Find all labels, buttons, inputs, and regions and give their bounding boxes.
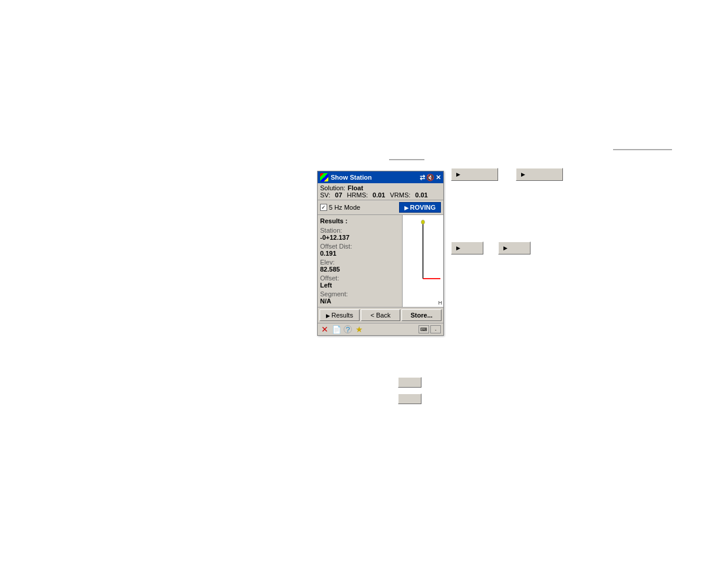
solution-label: Solution: [320,184,345,191]
results-title: Results : [320,217,400,224]
side-button-top-right[interactable] [516,168,563,181]
results-button[interactable]: Results [319,309,360,321]
windows-logo [320,173,328,181]
hrms-value: 0.01 [373,191,385,199]
small-button-2[interactable] [398,394,421,404]
save-toolbar-icon[interactable]: 📄 [332,325,341,334]
sv-value: 07 [335,191,342,199]
show-station-window: Show Station ⇄ 🔇 ✕ Solution: Float SV: 0… [317,171,444,336]
side-button-mid-right[interactable] [498,242,531,254]
hrms-label: HRMS: [347,191,368,199]
elev-label: Elev: [320,259,400,266]
hz-mode-checkbox-label[interactable]: ✓ 5 Hz Mode [320,204,360,211]
graph-panel: H [402,215,443,307]
content-area: Results : Station: -0+12.137 Offset Dist… [318,215,443,308]
offset-label: Offset: [320,275,400,282]
solution-bar: Solution: Float SV: 07 HRMS: 0.01 VRMS: … [318,183,443,200]
top-line-left [389,159,424,160]
window-title: Show Station [331,174,420,181]
store-button[interactable]: Store... [401,309,442,321]
hz-mode-label: 5 Hz Mode [329,204,360,211]
close-icon[interactable]: ✕ [436,174,441,181]
top-line-right [613,149,672,150]
back-button[interactable]: < Back [361,309,401,321]
graph-svg [403,215,443,307]
graph-h-label: H [439,300,443,306]
close-toolbar-icon[interactable]: ✕ [320,325,330,334]
offset-dist-value: 0.191 [320,250,400,257]
more-icon[interactable]: - [430,325,441,333]
small-button-1[interactable] [398,377,421,388]
hz-mode-checkbox[interactable]: ✓ [320,204,327,211]
station-label: Station: [320,227,400,234]
help-toolbar-icon[interactable]: ? [344,325,352,333]
side-button-mid-left[interactable] [451,242,483,254]
title-bar-controls: ⇄ 🔇 ✕ [420,174,441,181]
swap-icon[interactable]: ⇄ [420,174,425,181]
sv-label: SV: [320,191,330,199]
title-bar: Show Station ⇄ 🔇 ✕ [318,171,443,183]
keyboard-icon[interactable]: ⌨ [419,325,429,333]
station-value: -0+12.137 [320,234,400,241]
results-panel: Results : Station: -0+12.137 Offset Dist… [318,215,402,307]
offset-dist-label: Offset Dist: [320,243,400,250]
star-toolbar-icon[interactable]: ★ [354,325,364,334]
mute-icon[interactable]: 🔇 [426,174,434,181]
toolbar-right: ⌨ - [419,325,441,333]
mode-row: ✓ 5 Hz Mode ROVING [318,200,443,215]
segment-label: Segment: [320,290,400,297]
side-button-top-left[interactable] [451,168,498,181]
vrms-label: VRMS: [390,191,410,199]
elev-value: 82.585 [320,266,400,273]
segment-value: N/A [320,297,400,305]
offset-value: Left [320,282,400,289]
svg-point-2 [421,220,425,224]
roving-button[interactable]: ROVING [399,202,441,213]
solution-value: Float [348,184,363,191]
toolbar: ✕ 📄 ? ★ ⌨ - [318,323,443,335]
bottom-buttons: Results < Back Store... [318,308,443,323]
vrms-value: 0.01 [415,191,427,199]
